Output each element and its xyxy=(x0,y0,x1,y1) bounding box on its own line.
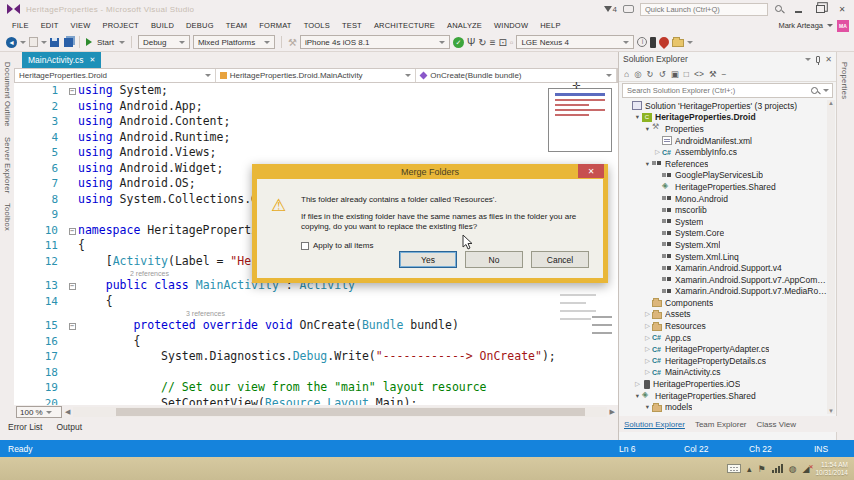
new-file-icon[interactable] xyxy=(29,37,38,47)
view-code-icon[interactable]: <> xyxy=(694,69,704,79)
code-line[interactable]: 4using Android.Runtime; xyxy=(14,130,618,146)
fold-collapse-icon[interactable]: − xyxy=(66,83,78,99)
breadcrumb-segment-2[interactable]: OnCreate(Bundle bundle) xyxy=(416,69,617,82)
tab-solution-explorer[interactable]: Solution Explorer xyxy=(624,420,685,429)
fold-collapse-icon[interactable]: − xyxy=(66,318,78,334)
breadcrumb-caret-icon[interactable] xyxy=(606,74,612,77)
code-line[interactable]: 19 // Set our view from the "main" layou… xyxy=(14,380,618,396)
breadcrumb-segment-0[interactable]: HeritageProperties.Droid xyxy=(15,69,216,82)
tree-item-heritagepropertydetails-cs[interactable]: ▷C#HeritagePropertyDetails.cs xyxy=(619,355,829,367)
expander-closed-icon[interactable]: ▷ xyxy=(643,368,652,376)
expander-open-icon[interactable]: ▾ xyxy=(643,160,652,168)
device-log-icon[interactable]: ≡ xyxy=(490,36,496,49)
start-button[interactable]: Start xyxy=(95,38,116,47)
properties-icon[interactable]: ▣ xyxy=(671,69,679,79)
expander-open-icon[interactable]: ▾ xyxy=(633,113,642,121)
tree-item-assemblyinfo-cs[interactable]: ▷C#AssemblyInfo.cs xyxy=(619,146,829,158)
code-line[interactable]: 5using Android.Views; xyxy=(14,145,618,161)
tree-item-mono-android[interactable]: Mono.Android xyxy=(619,193,829,205)
tab-class-view[interactable]: Class View xyxy=(757,420,796,429)
code-line[interactable]: 2using Android.App; xyxy=(14,99,618,115)
ios-device-select[interactable]: iPhone 4s iOS 8.1 xyxy=(300,35,450,49)
code-line[interactable]: 3using Android.Content; xyxy=(14,114,618,130)
signed-in-user[interactable]: Mark Arteaga xyxy=(778,21,823,30)
menu-architecture[interactable]: ARCHITECTURE xyxy=(368,21,441,30)
solution-search-input[interactable] xyxy=(623,86,810,95)
tree-item-xamarin-android-support-v7-mediarouter[interactable]: Xamarin.Android.Support.v7.MediaRouter xyxy=(619,286,829,298)
search-options-caret-icon[interactable] xyxy=(823,89,829,92)
solution-configuration-select[interactable]: Debug xyxy=(138,35,190,49)
scroll-right-icon[interactable]: ▶ xyxy=(607,408,618,416)
feedback-icon[interactable] xyxy=(623,5,634,13)
code-line[interactable]: 16 { xyxy=(14,334,618,350)
show-all-files-icon[interactable]: ◎ xyxy=(634,69,641,79)
profiler-icon[interactable] xyxy=(657,35,671,49)
breadcrumb-caret-icon[interactable] xyxy=(405,74,411,77)
tree-item-app-cs[interactable]: ▷C#App.cs xyxy=(619,332,829,344)
scroll-left-icon[interactable]: ◀ xyxy=(62,408,73,416)
tree-item-mscorlib[interactable]: mscorlib xyxy=(619,204,829,216)
start-debug-icon[interactable] xyxy=(86,38,92,46)
panel-tab-output[interactable]: Output xyxy=(56,422,82,440)
android-device-select[interactable]: LGE Nexus 4 xyxy=(516,35,634,49)
action-center-flag-icon[interactable]: ⚑ xyxy=(758,464,766,474)
fold-box-icon[interactable]: − xyxy=(69,323,76,330)
tree-item-models[interactable]: ▾models xyxy=(619,401,829,413)
tree-item-heritagepropertyadapter-cs[interactable]: ▷C#HeritagePropertyAdapter.cs xyxy=(619,343,829,355)
expander-closed-icon[interactable]: ▷ xyxy=(633,380,642,388)
expander-closed-icon[interactable]: ▷ xyxy=(643,334,652,342)
tree-item-mainactivity-cs[interactable]: ▷C#MainActivity.cs xyxy=(619,367,829,379)
start-dropdown-icon[interactable] xyxy=(119,41,125,44)
attach-icon[interactable]: ⚒ xyxy=(288,36,297,49)
sync-icon[interactable]: ↺ xyxy=(659,69,666,79)
code-line[interactable]: 15− protected override void OnCreate(Bun… xyxy=(14,318,618,334)
breadcrumb-segment-1[interactable]: HeritageProperties.Droid.MainActivity xyxy=(216,69,417,82)
fold-box-icon[interactable]: − xyxy=(69,228,76,235)
fold-box-icon[interactable]: − xyxy=(69,283,76,290)
yes-button[interactable]: Yes xyxy=(399,251,457,268)
user-avatar[interactable]: MA xyxy=(837,20,849,32)
volume-muted-icon[interactable]: ◢ xyxy=(803,464,810,474)
notifications-flag-icon[interactable]: 4 xyxy=(604,5,617,14)
tree-item-googleplayserviceslib[interactable]: GooglePlayServicesLib xyxy=(619,170,829,182)
restore-button[interactable] xyxy=(812,3,828,15)
code-line[interactable]: 18 xyxy=(14,365,618,381)
tree-item-properties[interactable]: ▾Properties xyxy=(619,123,829,135)
save-icon[interactable] xyxy=(50,38,59,47)
tree-item-components[interactable]: Components xyxy=(619,297,829,309)
menu-test[interactable]: TEST xyxy=(336,21,368,30)
navigate-dropdown-icon[interactable] xyxy=(20,41,26,44)
solution-platform-select[interactable]: Mixed Platforms xyxy=(193,35,275,49)
quick-launch-input[interactable] xyxy=(640,3,768,16)
tree-item-heritageproperties-droid[interactable]: ▾CHeritageProperties.Droid xyxy=(619,112,829,124)
tree-item-heritageproperties-ios[interactable]: ▷HeritageProperties.iOS xyxy=(619,378,829,390)
codelens-references[interactable]: 3 references xyxy=(14,309,618,318)
tree-item-system-xml[interactable]: System.Xml xyxy=(619,239,829,251)
preview-icon[interactable]: □ xyxy=(684,69,689,79)
touch-keyboard-icon[interactable] xyxy=(727,464,741,473)
tree-item-system-xml-linq[interactable]: System.Xml.Linq xyxy=(619,251,829,263)
push-to-device-icon[interactable]: ⊡ xyxy=(498,36,506,49)
menu-file[interactable]: FILE xyxy=(6,21,35,30)
menu-help[interactable]: HELP xyxy=(534,21,566,30)
tree-item-references[interactable]: ▾References xyxy=(619,158,829,170)
tree-item-heritageproperties-shared[interactable]: HeritageProperties.Shared xyxy=(619,181,829,193)
fold-collapse-icon[interactable]: − xyxy=(66,278,78,294)
code-line[interactable]: 1−using System; xyxy=(14,83,618,99)
settings-icon[interactable]: ⚒ xyxy=(709,69,717,79)
build-status-icon[interactable]: ✓ xyxy=(453,37,464,48)
solution-tree-scrollbar[interactable]: ▲▼ xyxy=(827,100,835,414)
folder-dropdown-icon[interactable] xyxy=(687,41,693,44)
expander-closed-icon[interactable]: ▷ xyxy=(643,357,652,365)
menu-edit[interactable]: EDIT xyxy=(35,21,65,30)
network-icon[interactable] xyxy=(772,464,783,473)
tab-toolbox[interactable]: Toolbox xyxy=(3,203,12,231)
tree-item-xamarin-android-support-v7-appcompat[interactable]: Xamarin.Android.Support.v7.AppCompat xyxy=(619,274,829,286)
minimize-button[interactable] xyxy=(790,3,806,15)
fold-collapse-icon[interactable]: − xyxy=(66,223,78,239)
close-button[interactable] xyxy=(834,3,850,15)
refresh-icon[interactable]: ↻ xyxy=(647,69,654,79)
breadcrumb-caret-icon[interactable] xyxy=(205,74,211,77)
refresh-devices-icon[interactable]: ↻ xyxy=(478,36,486,49)
cancel-button[interactable]: Cancel xyxy=(531,251,589,268)
